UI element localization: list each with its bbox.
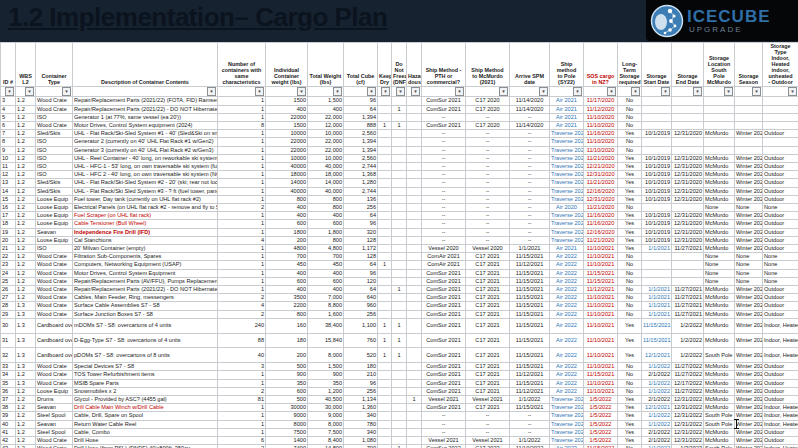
cell-arrive: -- (510, 220, 550, 228)
cell-type: Wood Crate (36, 105, 73, 113)
filter-button-loc[interactable]: ▾ (724, 87, 733, 96)
cell-stype: Outdoor (763, 236, 798, 244)
cell-dry (378, 179, 392, 187)
cell-stype: Indoor, Heated (763, 404, 798, 412)
cell-n: 1 (218, 105, 266, 113)
cell-loc: McMurdo (704, 130, 735, 138)
cell-wt: 1400 (266, 437, 308, 445)
cell-n: 1 (218, 171, 266, 179)
cell-lts: Yes (618, 412, 642, 420)
cell-ship2: C17 2021 (466, 348, 510, 363)
cell-wbs: 1.2 (16, 228, 36, 236)
cell-wt: 40000 (266, 187, 308, 195)
cell-id: 31 (1, 333, 16, 348)
filter-button-ss[interactable]: ▾ (661, 87, 670, 96)
cell-twt: 1,600 (308, 310, 344, 318)
column-header-ss: Storage Start Date (642, 43, 672, 87)
cell-lts: No (618, 97, 642, 105)
cell-n: 1 (218, 371, 266, 379)
cell-n: 1 (218, 404, 266, 412)
cell-pole: Traverse 2020 (550, 228, 584, 236)
cell-type: Sled/Skis (36, 187, 73, 195)
cell-pole: Air 2021 (550, 113, 584, 121)
cell-type: Wood Crate (36, 363, 73, 371)
filter-button-season[interactable]: ▾ (752, 87, 761, 96)
filter-button-dnf[interactable]: ▾ (396, 87, 405, 96)
cell-dnf (392, 171, 407, 179)
cell-twt: 700 (308, 253, 344, 261)
cell-arrive: 11/12/2021 (510, 371, 550, 379)
filter-button-desc[interactable]: ▾ (207, 87, 216, 96)
cell-lts: Yes (618, 187, 642, 195)
cell-season: Winter 2020 (735, 220, 763, 228)
filter-button-ship2[interactable]: ▾ (499, 87, 508, 96)
filter-button-wbs[interactable]: ▾ (25, 87, 34, 96)
cell-dry (378, 171, 392, 179)
column-header-season: Storage Season (735, 43, 763, 87)
filter-button-lts[interactable]: ▾ (631, 87, 640, 96)
cell-ss (642, 269, 672, 277)
filter-button-stype[interactable]: ▾ (788, 87, 797, 96)
table-row: 311.3Cardboard overcartonD-Egg-Type S7 -… (1, 333, 798, 348)
cell-haz (407, 379, 422, 387)
cell-se: 12/31/2022 (672, 428, 704, 436)
filter-button-arrive[interactable]: ▾ (539, 87, 548, 96)
cell-dnf: 1 (392, 348, 407, 363)
filter-button-ship1[interactable]: ▾ (455, 87, 464, 96)
cell-dry (378, 220, 392, 228)
cell-twt: 1,500 (308, 363, 344, 371)
cell-ship2: C17 2021 (466, 261, 510, 269)
cell-loc (704, 105, 735, 113)
filter-button-twt[interactable]: ▾ (333, 87, 342, 96)
cell-ss: 11/15/2021 (642, 318, 672, 333)
cell-dry (378, 228, 392, 236)
cell-stype: Outdoor (763, 171, 798, 179)
cell-season: Winter 2020 (735, 187, 763, 195)
cell-arrive: -- (510, 228, 550, 236)
filter-button-n[interactable]: ▾ (255, 87, 264, 96)
cell-wbs: 1.2 (16, 244, 36, 252)
filter-button-id[interactable]: ▾ (5, 87, 14, 96)
cell-nz: 11/10/2021 (584, 302, 618, 310)
filter-cell-se: ▾ (672, 87, 704, 97)
column-header-stype: Storage Type Indoor, Heated indoor, unhe… (763, 43, 798, 87)
cell-n: 1 (218, 130, 266, 138)
cell-wbs: 1.2 (16, 277, 36, 285)
cell-dnf (392, 97, 407, 105)
cell-dry (378, 97, 392, 105)
cell-twt: 10,000 (308, 154, 344, 162)
filter-button-dry[interactable]: ▾ (381, 87, 390, 96)
filter-button-cube[interactable]: ▾ (367, 87, 376, 96)
cell-arrive: 11/12/2021 (510, 261, 550, 269)
cell-haz (407, 162, 422, 170)
cell-wt: 30000 (266, 404, 308, 412)
filter-button-se[interactable]: ▾ (693, 87, 702, 96)
cell-stype: Outdoor (763, 437, 798, 445)
cell-lts: Yes (618, 333, 642, 348)
cell-wt: 22000 (266, 146, 308, 154)
cell-season: Winter 2022 (735, 379, 763, 387)
cell-loc: McMurdo (704, 387, 735, 395)
cell-nz: 11/10/2020 (584, 146, 618, 154)
cell-cube: 888 (344, 121, 378, 129)
cell-wt: 1800 (266, 228, 308, 236)
cell-stype: Indoor, Heated (763, 318, 798, 333)
cell-ship2: C17 2021 (466, 318, 510, 333)
cell-nz: 11/10/2021 (584, 387, 618, 395)
filter-cell-pole: ▾ (550, 87, 584, 97)
column-header-wbs: WBS L2 (16, 43, 36, 87)
filter-button-wt[interactable]: ▾ (297, 87, 306, 96)
cell-ship1: Vessel 2021 (422, 437, 466, 445)
cell-dnf (392, 302, 407, 310)
cell-dnf (392, 371, 407, 379)
cell-twt: 7,500 (308, 428, 344, 436)
cell-desc: D-Egg-Type S7 - S8: overcartons of 4 uni… (73, 333, 218, 348)
cell-stype: Outdoor (763, 244, 798, 252)
filter-button-nz[interactable]: ▾ (607, 87, 616, 96)
filter-button-haz[interactable]: ▾ (411, 87, 420, 96)
filter-button-pole[interactable]: ▾ (573, 87, 582, 96)
cell-ship2: -- (466, 236, 510, 244)
cell-haz (407, 113, 422, 121)
cell-pole: Air 2021 (550, 244, 584, 252)
filter-button-type[interactable]: ▾ (62, 87, 71, 96)
